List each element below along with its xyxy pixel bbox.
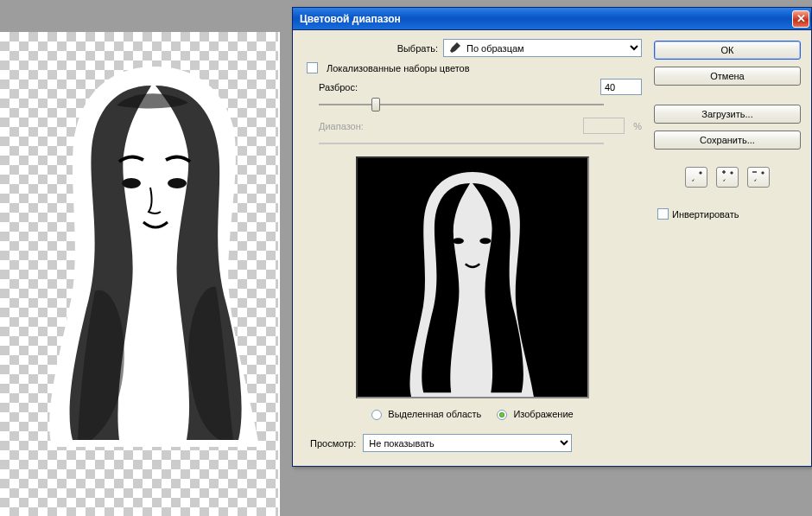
slider-thumb[interactable] [371,98,380,111]
dialog-title: Цветовой диапазон [300,13,792,25]
eyedropper-icon [689,170,703,184]
canvas-image [35,67,276,447]
range-slider-disabled [319,143,604,144]
select-combo[interactable]: По образцам [443,39,642,57]
titlebar[interactable]: Цветовой диапазон ✕ [293,8,811,30]
eyedropper-minus-icon [752,170,765,184]
eyedropper-tool[interactable] [685,167,707,188]
svg-point-1 [168,178,187,188]
load-button[interactable]: Загрузить... [654,105,801,124]
radio-icon [371,410,382,420]
fuzziness-slider[interactable] [319,104,604,105]
svg-point-3 [479,238,491,244]
range-unit: % [633,121,642,131]
document-canvas [0,32,280,516]
localized-label: Локализованные наборы цветов [327,63,470,73]
color-range-dialog: Цветовой диапазон ✕ Выбрать: По образцам [292,7,812,467]
radio-icon-checked [497,410,507,420]
localized-checkbox[interactable] [307,62,318,73]
range-label: Диапазон: [319,121,388,131]
close-icon: ✕ [796,12,806,25]
eyedropper-plus-icon [720,170,734,184]
eyedropper-add-tool[interactable] [716,167,739,188]
fuzziness-label: Разброс: [319,82,388,92]
selection-preview[interactable] [356,156,589,398]
radio-image[interactable]: Изображение [497,409,573,420]
select-label: Выбрать: [397,43,438,54]
save-button[interactable]: Сохранить... [654,131,801,150]
invert-label: Инвертировать [672,209,739,220]
fuzziness-input[interactable] [600,79,642,95]
invert-checkbox[interactable] [657,208,669,220]
eyedropper-subtract-tool[interactable] [747,167,770,188]
close-button[interactable]: ✕ [792,10,809,28]
preview-label: Просмотр: [310,438,356,449]
svg-point-0 [122,178,141,188]
preview-combo[interactable]: Не показывать [363,434,572,452]
radio-selection[interactable]: Выделенная область [371,409,481,420]
cancel-button[interactable]: Отмена [654,67,801,86]
eyedropper-icon [448,42,460,54]
svg-point-2 [453,238,464,244]
ok-button[interactable]: ОК [654,41,801,60]
range-input [583,118,625,134]
